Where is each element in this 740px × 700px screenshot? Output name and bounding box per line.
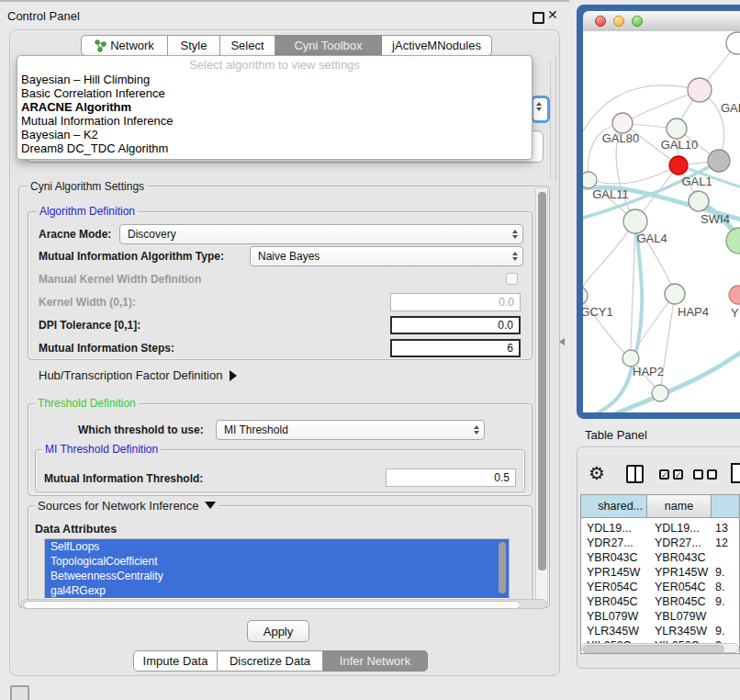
tab-style[interactable]: Style bbox=[168, 35, 220, 56]
hub-definition-expander[interactable]: Hub/Transcription Factor Definition bbox=[39, 368, 237, 382]
mi-threshold-field[interactable]: 0.5 bbox=[386, 469, 516, 487]
checkbox-empty-icon[interactable] bbox=[693, 469, 703, 480]
node-table[interactable]: shared... name YDL19... YDL19... 13 YDR2… bbox=[580, 494, 740, 654]
mac-minimize-button[interactable] bbox=[613, 16, 624, 27]
node-salmon[interactable] bbox=[729, 286, 740, 304]
tab-impute-data[interactable]: Impute Data bbox=[133, 650, 218, 672]
list-item[interactable]: gal4RGexp bbox=[45, 583, 509, 598]
mi-steps-field[interactable]: 6 bbox=[390, 339, 521, 357]
list-item[interactable]: TopologicalCoefficient bbox=[45, 554, 509, 569]
table-cell[interactable]: 9. bbox=[715, 595, 724, 608]
table-cell[interactable]: YDL19... bbox=[655, 522, 700, 535]
manual-kernel-checkbox[interactable] bbox=[506, 273, 518, 285]
column-header-name[interactable]: name bbox=[647, 495, 712, 518]
table-cell[interactable]: YBR043C bbox=[587, 551, 638, 564]
float-window-icon[interactable] bbox=[533, 12, 544, 24]
tab-network[interactable]: Network bbox=[81, 35, 168, 56]
table-cell[interactable]: YPR145W bbox=[655, 566, 708, 579]
node-gal4[interactable] bbox=[623, 209, 647, 233]
settings-hscrollbar[interactable] bbox=[20, 599, 547, 609]
table-cell[interactable]: YDL19... bbox=[587, 522, 632, 535]
table-cell[interactable]: YBL079W bbox=[587, 610, 638, 623]
list-item[interactable]: SelfLoops bbox=[45, 539, 509, 554]
node-swi4[interactable] bbox=[689, 191, 709, 211]
dropdown-item[interactable]: Bayesian – K2 bbox=[17, 128, 532, 141]
checkbox-checked-icon[interactable]: ✓ bbox=[673, 469, 683, 480]
table-cell[interactable]: YER054C bbox=[655, 581, 706, 593]
checkbox-empty-icon[interactable] bbox=[707, 469, 717, 480]
tab-cyni-toolbox[interactable]: Cyni Toolbox bbox=[275, 35, 382, 56]
table-cell[interactable]: YER054C bbox=[587, 581, 638, 593]
dropdown-item[interactable]: Basic Correlation Inference bbox=[17, 86, 532, 100]
dropdown-item[interactable]: Dream8 DC_TDC Algorithm bbox=[17, 141, 532, 155]
node-green[interactable] bbox=[726, 228, 740, 254]
node-gray[interactable] bbox=[708, 150, 730, 172]
table-mode-icon[interactable] bbox=[731, 463, 740, 483]
checkbox-checked-icon[interactable]: ✓ bbox=[659, 469, 669, 480]
node-gal10[interactable] bbox=[667, 119, 687, 139]
node-gal1-selected[interactable] bbox=[669, 156, 688, 175]
list-item[interactable]: BetweennessCentrality bbox=[45, 569, 509, 583]
dpi-tolerance-field[interactable]: 0.0 bbox=[390, 316, 521, 334]
columns-icon[interactable] bbox=[626, 465, 644, 483]
network-view-frame[interactable]: GAL GAL80 GAL10 GAL1 GAL11 SWI4 GAL4 GCY… bbox=[577, 5, 740, 419]
node-gal80[interactable] bbox=[612, 113, 633, 133]
table-cell[interactable]: YLR345W bbox=[587, 625, 639, 638]
dropdown-item[interactable]: Bayesian – Hill Climbing bbox=[17, 73, 532, 86]
settings-scrollbar-thumb[interactable] bbox=[538, 192, 546, 570]
network-canvas[interactable]: GAL GAL80 GAL10 GAL1 GAL11 SWI4 GAL4 GCY… bbox=[583, 31, 740, 412]
sources-group-header[interactable]: Sources for Network Inference bbox=[35, 499, 219, 513]
table-cell[interactable]: YDR27... bbox=[655, 536, 701, 549]
gear-icon[interactable]: ⚙ bbox=[589, 462, 605, 484]
table-hscrollbar-thumb[interactable] bbox=[583, 645, 724, 653]
docked-panel-icon[interactable] bbox=[10, 685, 29, 700]
apply-button[interactable]: Apply bbox=[247, 620, 309, 642]
table-cell[interactable]: 9. bbox=[715, 625, 724, 638]
tab-infer-network[interactable]: Infer Network bbox=[323, 650, 428, 672]
list-scrollbar-thumb[interactable] bbox=[499, 542, 506, 593]
node[interactable] bbox=[652, 385, 668, 401]
mac-zoom-button[interactable] bbox=[632, 16, 643, 27]
splitpane-collapse-icon[interactable] bbox=[559, 338, 565, 345]
kernel-width-field[interactable]: 0.0 bbox=[390, 293, 521, 311]
which-threshold-combo[interactable]: MI Threshold bbox=[216, 420, 485, 440]
settings-hscrollbar-thumb[interactable] bbox=[23, 601, 521, 609]
table-cell[interactable]: 12 bbox=[715, 536, 728, 549]
tab-select[interactable]: Select bbox=[220, 35, 275, 56]
table-cell[interactable]: 9. bbox=[715, 566, 724, 579]
table-cell[interactable]: YBR043C bbox=[655, 551, 706, 564]
aracne-mode-combo[interactable]: Discovery bbox=[119, 224, 523, 244]
spinner-down-icon bbox=[536, 107, 542, 111]
mi-type-combo[interactable]: Naive Bayes bbox=[250, 246, 523, 266]
table-cell[interactable]: YBR045C bbox=[587, 595, 638, 608]
dropdown-item-selected[interactable]: ARACNE Algorithm bbox=[17, 100, 532, 114]
node-gcy1[interactable] bbox=[583, 287, 588, 305]
mac-close-button[interactable] bbox=[595, 16, 606, 27]
node-hap4[interactable] bbox=[665, 284, 685, 304]
table-cell[interactable]: 13 bbox=[715, 522, 728, 535]
dropdown-item[interactable]: Mutual Information Inference bbox=[17, 114, 532, 128]
table-hscrollbar[interactable] bbox=[581, 643, 739, 653]
cyni-settings-title: Cyni Algorithm Settings bbox=[28, 180, 147, 193]
table-cell[interactable]: YBL079W bbox=[655, 610, 706, 623]
tab-discretize-data[interactable]: Discretize Data bbox=[218, 650, 323, 672]
column-header-partial[interactable] bbox=[712, 495, 740, 518]
table-cell[interactable]: YPR145W bbox=[587, 566, 640, 579]
table-cell[interactable]: YBR045C bbox=[655, 595, 706, 608]
node-gal[interactable] bbox=[688, 78, 712, 102]
close-icon[interactable]: ✕ bbox=[547, 7, 558, 22]
table-cell[interactable]: YLR345W bbox=[655, 625, 707, 638]
node-gal11[interactable] bbox=[583, 172, 597, 188]
table-cell[interactable]: YDR27... bbox=[587, 536, 633, 549]
tab-jactivemnodules[interactable]: jActiveMNodules bbox=[382, 35, 492, 56]
node[interactable] bbox=[726, 32, 740, 54]
network-graph: GAL GAL80 GAL10 GAL1 GAL11 SWI4 GAL4 GCY… bbox=[583, 31, 740, 412]
spinner-up-icon bbox=[536, 102, 542, 106]
algorithm-combo-spinner-focused[interactable] bbox=[531, 96, 550, 123]
tab-network-label: Network bbox=[110, 39, 154, 52]
settings-scrollbar[interactable] bbox=[535, 187, 548, 604]
table-cell[interactable]: 8. bbox=[715, 581, 724, 593]
network-window-titlebar[interactable] bbox=[583, 11, 740, 32]
column-header-shared-name[interactable]: shared... bbox=[581, 495, 647, 518]
data-attributes-list[interactable]: SelfLoops TopologicalCoefficient Between… bbox=[44, 538, 510, 600]
